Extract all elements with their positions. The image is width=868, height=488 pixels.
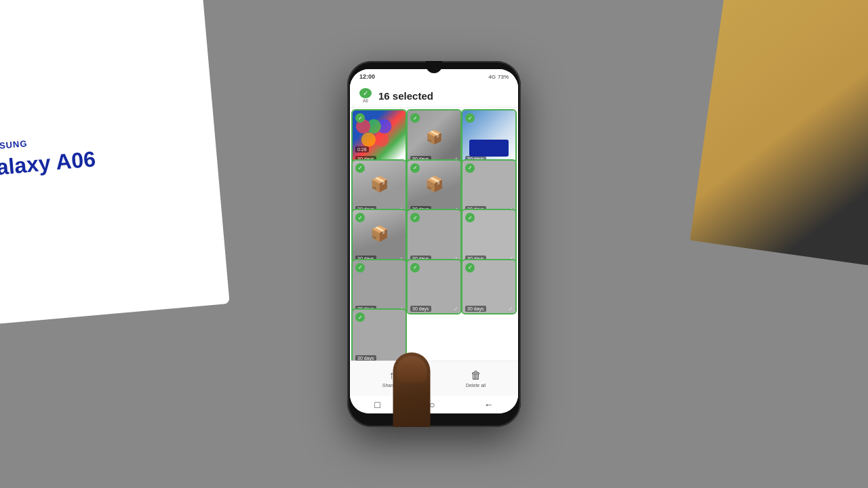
status-time: 12:00 [359, 73, 375, 80]
photo-grid: ✓ 0:28 30 days ⤢ ✓ 30 days ⤢ ✓ 30 days ⤢ [350, 108, 518, 361]
phone-screen: 12:00 4G 73% ✓ All 16 selected ✓ [350, 69, 518, 413]
photo-item-12[interactable]: ✓ 30 days ⤢ [462, 260, 515, 313]
photo-check-6: ✓ [465, 163, 475, 173]
photo-item-11[interactable]: ✓ 30 days ⤢ [408, 260, 460, 313]
samsung-logo: SAMSUNG [0, 138, 28, 152]
photo-item-4[interactable]: ✓ 30 days ⤢ [353, 161, 406, 214]
photo-check-4: ✓ [355, 163, 365, 173]
nav-bar: □ ○ ← [350, 396, 518, 413]
delete-label: Delete all [466, 383, 486, 388]
photo-item-3[interactable]: ✓ 30 days ⤢ [462, 110, 515, 163]
app-header: ✓ All 16 selected [350, 84, 518, 108]
photo-item-8[interactable]: ✓ 30 days ⤢ [408, 210, 460, 263]
photo-check-2: ✓ [410, 113, 420, 123]
photo-check-7: ✓ [355, 213, 365, 222]
finger-overlay [393, 352, 431, 427]
bottom-action-bar: ↑ Share all 🗑 Delete all [350, 361, 518, 396]
photo-item-13[interactable]: ✓ 30 days ⤢ [353, 310, 406, 361]
photo-label-13: 30 days [355, 355, 376, 361]
photo-item-2[interactable]: ✓ 30 days ⤢ [408, 110, 460, 163]
trash-icon: 🗑 [471, 369, 481, 382]
select-all-label: All [363, 98, 368, 103]
samsung-box: SAMSUNG Galaxy A06 [0, 0, 230, 326]
recents-button[interactable]: ← [484, 399, 494, 410]
photo-item-5[interactable]: ✓ 30 days ⤢ [408, 161, 460, 214]
expand-icon-11: ⤢ [454, 306, 458, 312]
back-button[interactable]: □ [374, 399, 380, 410]
photo-check-9: ✓ [465, 213, 475, 222]
photo-check-5: ✓ [410, 163, 420, 173]
check-all-icon: ✓ [359, 88, 372, 98]
photo-item-7[interactable]: ✓ 30 days ⤢ [353, 210, 406, 263]
phone-device: 12:00 4G 73% ✓ All 16 selected ✓ [347, 61, 521, 427]
photo-item-6[interactable]: ✓ 30 days ⤢ [462, 161, 515, 214]
photo-label-12: 30 days [465, 306, 486, 312]
signal-icon: 4G [488, 74, 496, 80]
status-icons: 4G 73% [488, 74, 509, 80]
photo-check-8: ✓ [410, 213, 420, 222]
photo-item-1[interactable]: ✓ 0:28 30 days ⤢ [353, 110, 406, 163]
battery-icon: 73% [498, 74, 509, 80]
phone-body: 12:00 4G 73% ✓ All 16 selected ✓ [347, 61, 521, 427]
expand-icon-12: ⤢ [509, 306, 513, 312]
photo-label-11: 30 days [410, 306, 431, 312]
select-all-button[interactable]: ✓ All [358, 88, 373, 103]
delete-all-button[interactable]: 🗑 Delete all [466, 369, 486, 388]
photo-check-1: ✓ [355, 113, 365, 123]
video-duration-1: 0:28 [355, 146, 369, 152]
photo-check-10: ✓ [355, 263, 365, 272]
photo-item-9[interactable]: ✓ 30 days ⤢ [462, 210, 515, 263]
photo-item-10[interactable]: ✓ 30 days ⤢ [353, 260, 406, 313]
photo-check-11: ✓ [410, 263, 420, 272]
phone-model: Galaxy A06 [0, 146, 96, 182]
photo-check-3: ✓ [465, 113, 475, 123]
photo-check-13: ✓ [355, 312, 365, 322]
selection-count: 16 selected [378, 90, 510, 102]
photo-check-12: ✓ [465, 263, 475, 272]
